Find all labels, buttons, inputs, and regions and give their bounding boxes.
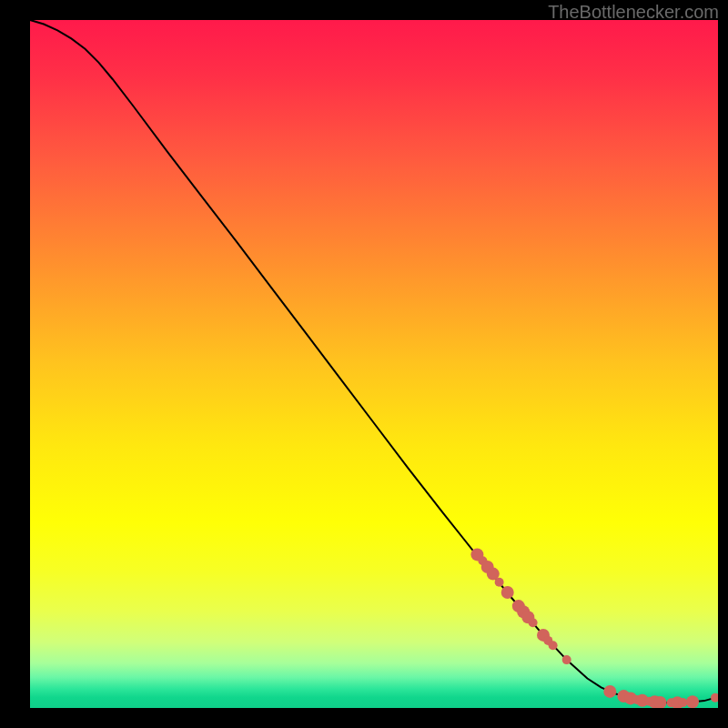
marker-point (678, 698, 687, 707)
marker-point (529, 618, 538, 627)
marker-point (562, 655, 571, 664)
marker-point (495, 578, 504, 587)
svg-rect-2 (0, 0, 30, 728)
svg-rect-3 (718, 0, 728, 728)
watermark-text: TheBottlenecker.com (548, 2, 719, 23)
marker-point (654, 696, 667, 709)
chart-container: TheBottlenecker.com (0, 0, 728, 728)
plot-background (30, 20, 718, 708)
marker-point (686, 695, 699, 708)
chart-svg (0, 0, 728, 728)
marker-point (501, 586, 514, 599)
svg-rect-1 (0, 708, 728, 728)
marker-point (549, 641, 558, 650)
marker-point (603, 685, 616, 698)
